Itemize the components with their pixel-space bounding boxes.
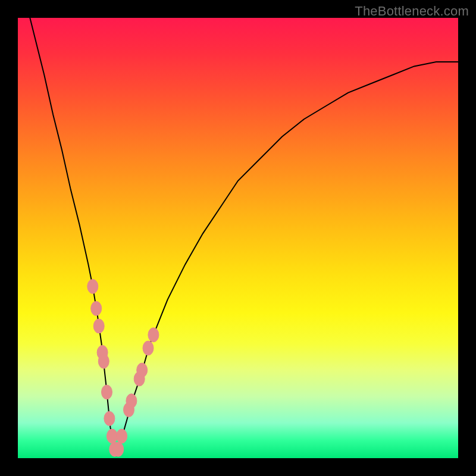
- chart-svg: [18, 18, 458, 458]
- data-marker: [91, 301, 102, 315]
- data-marker: [98, 354, 109, 368]
- data-marker: [87, 279, 98, 293]
- plot-area: [18, 18, 458, 458]
- data-marker: [137, 363, 148, 377]
- data-marker: [93, 319, 104, 333]
- data-marker: [113, 442, 124, 456]
- marker-group: [87, 279, 159, 456]
- data-marker: [117, 429, 127, 443]
- data-marker: [107, 429, 117, 443]
- data-marker: [143, 341, 154, 355]
- data-marker: [102, 385, 112, 399]
- data-marker: [148, 328, 159, 342]
- bottleneck-curve: [27, 18, 458, 449]
- data-marker: [126, 394, 137, 408]
- data-marker: [104, 411, 115, 425]
- outer-frame: TheBottleneck.com: [0, 0, 476, 476]
- watermark-text: TheBottleneck.com: [355, 4, 469, 19]
